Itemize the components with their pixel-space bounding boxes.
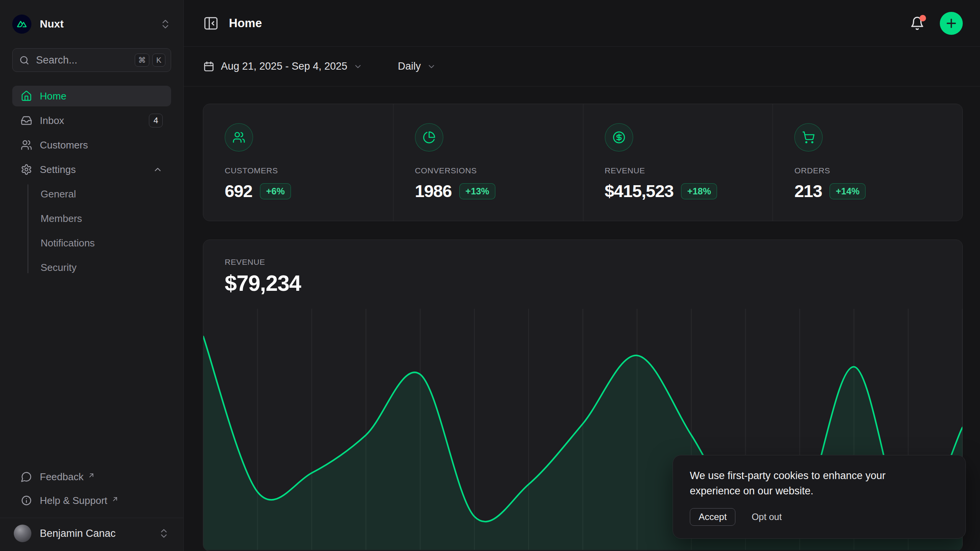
chevron-up-icon bbox=[153, 165, 163, 174]
stat-conversions[interactable]: CONVERSIONS 1986 +13% bbox=[393, 104, 583, 221]
avatar bbox=[14, 525, 31, 542]
stat-label: CONVERSIONS bbox=[415, 166, 572, 175]
date-range-picker[interactable]: Aug 21, 2025 - Sep 4, 2025 bbox=[203, 60, 363, 72]
sidebar-item-label: Customers bbox=[40, 139, 88, 151]
search-placeholder: Search... bbox=[36, 54, 129, 66]
sidebar-item-settings[interactable]: Settings bbox=[12, 159, 171, 180]
stat-orders[interactable]: ORDERS 213 +14% bbox=[773, 104, 962, 221]
optout-cookies-button[interactable]: Opt out bbox=[751, 512, 782, 522]
sidebar-item-home[interactable]: Home bbox=[12, 86, 171, 106]
granularity-value: Daily bbox=[398, 60, 421, 72]
feedback-label: Feedback bbox=[40, 471, 83, 483]
sidebar-item-label: Inbox bbox=[40, 115, 64, 127]
external-link-icon bbox=[112, 493, 118, 505]
top-bar: Home bbox=[184, 0, 980, 47]
accept-cookies-button[interactable]: Accept bbox=[690, 508, 735, 526]
info-circle-icon bbox=[21, 495, 32, 506]
stat-value: 1986 bbox=[415, 181, 452, 201]
app-window: Nuxt Search... ⌘ K Home Inbox 4 bbox=[0, 0, 980, 551]
subnav-label: Members bbox=[41, 213, 82, 225]
workspace-name: Nuxt bbox=[40, 18, 64, 30]
stat-delta-badge: +6% bbox=[260, 183, 291, 199]
inbox-icon bbox=[21, 115, 32, 126]
pie-chart-icon bbox=[415, 123, 443, 152]
workspace-switcher[interactable]: Nuxt bbox=[12, 0, 171, 48]
granularity-select[interactable]: Daily bbox=[398, 60, 436, 72]
chat-bubble-icon bbox=[21, 471, 32, 483]
calendar-icon bbox=[203, 60, 215, 72]
subnav-label: Notifications bbox=[41, 237, 95, 249]
stat-value: 692 bbox=[225, 181, 252, 201]
stat-delta-badge: +13% bbox=[459, 183, 495, 199]
circle-dollar-icon bbox=[605, 123, 633, 152]
search-icon bbox=[19, 55, 30, 66]
sidebar-item-customers[interactable]: Customers bbox=[12, 135, 171, 155]
subnav-tree-line bbox=[28, 184, 28, 273]
shopping-cart-icon bbox=[794, 123, 823, 152]
revenue-panel-label: REVENUE bbox=[225, 258, 941, 267]
users-icon bbox=[225, 123, 253, 152]
k-key: K bbox=[152, 54, 165, 67]
panel-left-close-icon bbox=[203, 15, 219, 31]
cookie-message: We use first-party cookies to enhance yo… bbox=[690, 468, 923, 499]
stat-label: ORDERS bbox=[794, 166, 951, 175]
search-input[interactable]: Search... ⌘ K bbox=[12, 48, 171, 72]
sidebar-nav: Home Inbox 4 Customers Settings General bbox=[12, 86, 171, 282]
stats-panel: CUSTOMERS 692 +6% CONVERSIONS 1986 +13% bbox=[203, 104, 963, 221]
meta-key: ⌘ bbox=[135, 54, 149, 67]
chevrons-up-down-icon bbox=[158, 528, 170, 539]
notification-dot bbox=[920, 15, 926, 21]
user-menu[interactable]: Benjamin Canac bbox=[12, 518, 171, 551]
sidebar-footer: Feedback Help & Support bbox=[12, 465, 171, 514]
sidebar-item-label: Settings bbox=[40, 164, 76, 176]
sidebar-item-inbox[interactable]: Inbox 4 bbox=[12, 110, 171, 131]
settings-subnav: General Members Notifications Security bbox=[12, 184, 171, 278]
notifications-button[interactable] bbox=[910, 16, 924, 31]
sidebar-collapse-button[interactable] bbox=[203, 15, 219, 31]
stat-value: $415,523 bbox=[605, 181, 674, 201]
top-bar-actions bbox=[910, 12, 963, 35]
help-support-label: Help & Support bbox=[40, 495, 107, 507]
filter-bar: Aug 21, 2025 - Sep 4, 2025 Daily bbox=[184, 47, 980, 86]
sidebar-item-general[interactable]: General bbox=[12, 184, 171, 204]
stat-delta-badge: +14% bbox=[830, 183, 866, 199]
chevron-down-icon bbox=[353, 62, 363, 71]
chevron-down-icon bbox=[427, 62, 436, 71]
help-support-link[interactable]: Help & Support bbox=[12, 489, 171, 512]
gear-icon bbox=[21, 164, 32, 175]
search-shortcut: ⌘ K bbox=[135, 54, 165, 67]
inbox-count-badge: 4 bbox=[149, 114, 163, 127]
add-button[interactable] bbox=[940, 12, 963, 35]
sidebar-item-notifications[interactable]: Notifications bbox=[12, 233, 171, 253]
home-icon bbox=[21, 90, 32, 102]
stat-label: CUSTOMERS bbox=[225, 166, 382, 175]
chevrons-up-down-icon bbox=[160, 18, 171, 30]
subnav-label: General bbox=[41, 188, 76, 200]
users-icon bbox=[21, 139, 32, 151]
user-name: Benjamin Canac bbox=[40, 528, 116, 540]
stat-customers[interactable]: CUSTOMERS 692 +6% bbox=[203, 104, 393, 221]
revenue-total: $79,234 bbox=[225, 271, 941, 296]
subnav-label: Security bbox=[41, 262, 77, 274]
sidebar-item-label: Home bbox=[40, 90, 66, 102]
date-range-value: Aug 21, 2025 - Sep 4, 2025 bbox=[221, 60, 347, 72]
stat-label: REVENUE bbox=[605, 166, 761, 175]
plus-icon bbox=[944, 16, 958, 30]
sidebar-item-members[interactable]: Members bbox=[12, 208, 171, 229]
stat-value: 213 bbox=[794, 181, 822, 201]
nuxt-logo-icon bbox=[12, 15, 31, 34]
stat-revenue[interactable]: REVENUE $415,523 +18% bbox=[583, 104, 773, 221]
stat-delta-badge: +18% bbox=[681, 183, 717, 199]
external-link-icon bbox=[88, 469, 95, 481]
sidebar: Nuxt Search... ⌘ K Home Inbox 4 bbox=[0, 0, 184, 551]
page-title: Home bbox=[229, 16, 262, 30]
sidebar-item-security[interactable]: Security bbox=[12, 257, 171, 278]
feedback-link[interactable]: Feedback bbox=[12, 465, 171, 489]
cookie-banner: We use first-party cookies to enhance yo… bbox=[673, 455, 966, 539]
